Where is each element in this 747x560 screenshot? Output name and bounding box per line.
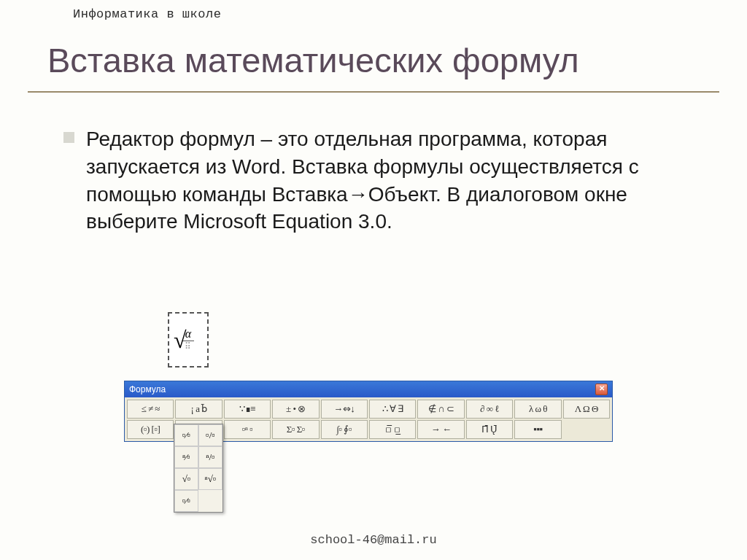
toolbar-button-r2-8[interactable]: ▪▪▪ — [514, 420, 561, 439]
equation-object[interactable]: √ α ⠿ — [168, 312, 209, 368]
dropdown-item-2-1[interactable]: ⁿ√▫ — [198, 468, 222, 490]
title-underline — [28, 91, 719, 93]
toolbar-button-r1-5[interactable]: ∴ ∀ ∃ — [369, 400, 416, 419]
toolbar-button-r1-3[interactable]: ± • ⊗ — [272, 400, 319, 419]
toolbar-button-r1-7[interactable]: ∂ ∞ ℓ — [466, 400, 513, 419]
slide-header: Информатика в школе — [73, 7, 221, 21]
toolbar-button-r2-0[interactable]: (▫) [▫] — [127, 420, 174, 439]
toolbar-button-r2-2[interactable]: ▫ⁿ ▫ — [224, 420, 271, 439]
toolbar-button-r2-5[interactable]: ▫̅ ▫̲ — [369, 420, 416, 439]
toolbar-button-r1-1[interactable]: ¡ a b̈ — [175, 400, 222, 419]
toolbar-button-r2-3[interactable]: Σ▫ Σ▫ — [272, 420, 319, 439]
toolbar-button-r2-4[interactable]: ∫▫ ∮▫ — [321, 420, 368, 439]
slide-title: Вставка математических формул — [47, 40, 579, 80]
toolbar-button-r1-6[interactable]: ∉ ∩ ⊂ — [417, 400, 464, 419]
dropdown-item-1-0[interactable]: ⁿ⁄▫ — [174, 446, 198, 468]
bullet-icon — [63, 132, 74, 143]
toolbar-button-r1-2[interactable]: ∵∎≡ — [224, 400, 271, 419]
dropdown-item-0-1[interactable]: ▫/▫ — [198, 424, 222, 446]
slide-footer: school-46@mail.ru — [0, 533, 747, 547]
body-paragraph: Редактор формул – это отдельная программ… — [86, 125, 677, 236]
dropdown-item-2-0[interactable]: √▫ — [174, 468, 198, 490]
fraction-radical-dropdown: ▫⁄▫▫/▫ⁿ⁄▫ⁿ/▫√▫ⁿ√▫▫⁄▫ — [174, 424, 223, 513]
toolbar-button-r1-8[interactable]: λ ω θ — [514, 400, 561, 419]
toolbar-button-r2-7[interactable]: Π̄ Ų̄ — [466, 420, 513, 439]
toolbar-title-text: Формула — [129, 384, 166, 394]
dropdown-item-1-1[interactable]: ⁿ/▫ — [198, 446, 222, 468]
dropdown-item-3-0[interactable]: ▫⁄▫ — [174, 490, 198, 512]
toolbar-button-r1-0[interactable]: ≤ ≠ ≈ — [127, 400, 174, 419]
dropdown-item-0-0[interactable]: ▫⁄▫ — [174, 424, 198, 446]
toolbar-button-r1-9[interactable]: Λ Ω Θ — [563, 400, 610, 419]
toolbar-button-r1-4[interactable]: →⇔↓ — [321, 400, 368, 419]
radical-icon: √ — [174, 327, 187, 354]
toolbar-titlebar[interactable]: Формула ✕ — [125, 381, 612, 397]
close-button[interactable]: ✕ — [595, 384, 608, 395]
toolbar-button-r2-6[interactable]: → ← — [417, 420, 464, 439]
